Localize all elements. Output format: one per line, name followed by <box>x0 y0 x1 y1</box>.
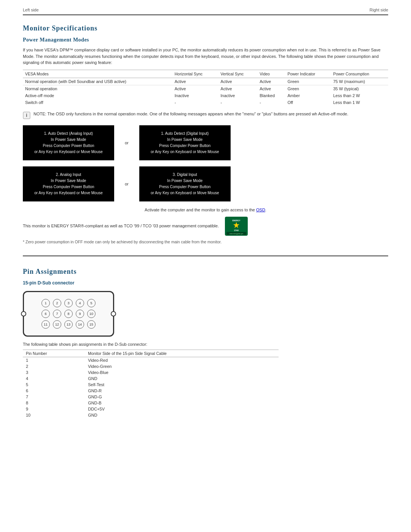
pin-7: 7 <box>53 310 61 318</box>
top-nav: Left side Right side <box>23 8 388 15</box>
display-box-analog-2: 2. Analog InputIn Power Save ModePress C… <box>23 166 114 201</box>
or-label-2: or <box>120 182 133 186</box>
power-table: VESA Modes Horizontal Sync Vertical Sync… <box>23 70 388 106</box>
cell-consumption: Less than 2 W <box>331 92 388 99</box>
display-box-digital-1: 1. Auto Detect (Digital Input)In Power S… <box>139 125 231 160</box>
table-row: Active-off mode Inactive Inactive Blanke… <box>23 92 388 99</box>
svg-text:www.energystar.gov: www.energystar.gov <box>229 233 243 235</box>
pin-11: 11 <box>41 320 50 329</box>
cell-pin-signal: GND <box>85 375 279 382</box>
connector-subtitle: 15-pin D-Sub connector <box>23 280 388 286</box>
pin-assignments-section: Pin Assignments 15-pin D-Sub connector 1… <box>23 268 388 418</box>
cell-pin-signal: Self-Test <box>85 382 279 388</box>
display-section-1: 1. Auto Detect (Analog Input)In Power Sa… <box>23 125 388 160</box>
table-row: Normal operation (with Dell Soundbar and… <box>23 78 388 85</box>
pin-table-row: 6 GND-R <box>23 388 279 394</box>
pin-table-row: 2 Video-Green <box>23 363 279 369</box>
energy-star-badge: ENERGY STAR www.energystar.gov <box>225 217 248 236</box>
note-text: NOTE: The OSD only functions in the norm… <box>33 111 348 117</box>
nav-left: Left side <box>23 8 39 12</box>
pin-15: 15 <box>87 320 96 329</box>
pin-4: 4 <box>76 299 84 307</box>
section-divider <box>23 256 388 256</box>
power-management-section: Power Management Modes If you have VESA'… <box>23 37 388 244</box>
display-boxes-2: 2. Analog InputIn Power Save ModePress C… <box>23 166 231 201</box>
cell-vsync: - <box>218 99 258 106</box>
cell-pin-number: 2 <box>23 363 85 369</box>
display-box-digital-2: 3. Digital InputIn Power Save ModePress … <box>139 166 231 201</box>
cell-pin-number: 5 <box>23 382 85 388</box>
pin-5: 5 <box>87 299 96 307</box>
energy-row: This monitor is ENERGY STAR®-compliant a… <box>23 217 388 236</box>
cell-mode: Active-off mode <box>23 92 172 99</box>
cell-hsync: Inactive <box>172 92 218 99</box>
cell-pin-number: 10 <box>23 412 85 418</box>
monitor-specs-section: Monitor Specifications Power Management … <box>23 24 388 244</box>
energy-text: This monitor is ENERGY STAR®-compliant a… <box>23 223 219 229</box>
cell-pin-signal: Video-Red <box>85 357 279 363</box>
cell-video: Active <box>257 78 285 85</box>
footnote: * Zero power consumption in OFF mode can… <box>23 240 388 244</box>
cell-pin-number: 7 <box>23 394 85 400</box>
pin-table-row: 9 DDC+5V <box>23 406 279 412</box>
pin-1: 1 <box>41 299 50 307</box>
pin-3: 3 <box>64 299 73 307</box>
cell-pin-number: 6 <box>23 388 85 394</box>
th-video: Video <box>257 70 285 78</box>
dsub-row-3: 11 12 13 14 15 <box>41 320 96 329</box>
pin-14: 14 <box>76 320 84 329</box>
dsub-dot-right <box>111 311 116 316</box>
pin-table-row: 1 Video-Red <box>23 357 279 363</box>
cell-mode: Switch off <box>23 99 172 106</box>
cell-consumption: 75 W (maximum) <box>331 78 388 85</box>
pin-table-header-row: Pin Number Monitor Side of the 15-pin Si… <box>23 350 279 357</box>
cell-pin-signal: GND-R <box>85 388 279 394</box>
pin-assignments-title: Pin Assignments <box>23 268 388 276</box>
pin-2: 2 <box>53 299 61 307</box>
cell-hsync: Active <box>172 85 218 92</box>
cell-consumption: Less than 1 W <box>331 99 388 106</box>
pin-8: 8 <box>64 310 73 318</box>
pin-6: 6 <box>41 310 50 318</box>
cell-mode: Normal operation <box>23 85 172 92</box>
dsub-dot-left <box>21 311 26 316</box>
cell-consumption: 35 W (typical) <box>331 85 388 92</box>
nav-right: Right side <box>370 8 388 12</box>
cell-mode: Normal operation (with Dell Soundbar and… <box>23 78 172 85</box>
cell-indicator: Green <box>285 78 331 85</box>
svg-text:i: i <box>26 113 27 118</box>
th-pin-number: Pin Number <box>23 350 85 357</box>
cell-pin-signal: Video-Green <box>85 363 279 369</box>
pin-table: Pin Number Monitor Side of the 15-pin Si… <box>23 350 279 418</box>
cell-pin-signal: Video-Blue <box>85 369 279 375</box>
cell-pin-number: 3 <box>23 369 85 375</box>
power-management-desc: If you have VESA's DPM™ compliance displ… <box>23 47 388 66</box>
pin-table-row: 7 GND-G <box>23 394 279 400</box>
osd-link[interactable]: OSD <box>256 208 265 212</box>
cell-indicator: Green <box>285 85 331 92</box>
th-signal: Monitor Side of the 15-pin Side Signal C… <box>85 350 279 357</box>
cell-indicator: Off <box>285 99 331 106</box>
display-box-analog-1: 1. Auto Detect (Analog Input)In Power Sa… <box>23 125 114 160</box>
cell-hsync: Active <box>172 78 218 85</box>
dsub-row-2: 6 7 8 9 10 <box>41 310 96 318</box>
pin-table-row: 4 GND <box>23 375 279 382</box>
cell-pin-number: 1 <box>23 357 85 363</box>
note-box: i NOTE: The OSD only functions in the no… <box>23 111 388 119</box>
pin-table-row: 3 Video-Blue <box>23 369 279 375</box>
or-label-1: or <box>120 141 133 145</box>
pin-13: 13 <box>64 320 73 329</box>
cell-pin-signal: DDC+5V <box>85 406 279 412</box>
dsub-row-1: 1 2 3 4 5 <box>41 299 96 307</box>
cell-video: - <box>257 99 285 106</box>
pin-table-row: 8 GND-B <box>23 400 279 406</box>
cell-vsync: Active <box>218 78 258 85</box>
pin-12: 12 <box>53 320 61 329</box>
cell-vsync: Active <box>218 85 258 92</box>
display-boxes-1: 1. Auto Detect (Analog Input)In Power Sa… <box>23 125 231 160</box>
activate-text: Activate the computer and the monitor to… <box>23 208 388 212</box>
table-header-row: VESA Modes Horizontal Sync Vertical Sync… <box>23 70 388 78</box>
cell-hsync: - <box>172 99 218 106</box>
dsub-diagram: 1 2 3 4 5 6 7 8 9 10 11 12 13 14 <box>23 291 114 337</box>
cell-pin-number: 9 <box>23 406 85 412</box>
